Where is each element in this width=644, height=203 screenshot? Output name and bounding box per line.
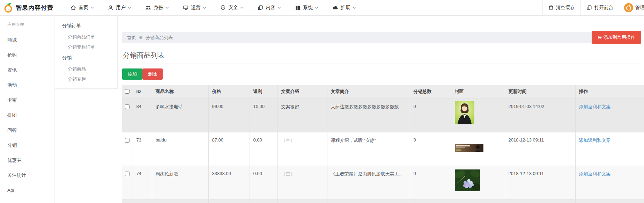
- cell-updated: 2019-01-03 14:02: [505, 99, 575, 132]
- add-rebate-copy-link[interactable]: 添加返利和文案: [579, 104, 611, 109]
- system-icon: [295, 5, 301, 10]
- submenu-item-column-orders[interactable]: 分销专栏订单: [55, 42, 117, 52]
- menu-item-system[interactable]: 系统: [288, 0, 325, 15]
- sidebar-item-flashsale[interactable]: 抢购: [0, 48, 54, 63]
- submenu-item-distribution-products[interactable]: 分销商品: [55, 64, 117, 74]
- table-row-partial: [122, 200, 644, 203]
- brand-title: 智果内容付费: [16, 4, 53, 12]
- cell-price: 87.00: [208, 132, 250, 166]
- open-window-icon: [586, 5, 592, 10]
- cell-copywriting: （空）: [277, 166, 327, 200]
- brand[interactable]: 智果内容付费: [3, 0, 53, 15]
- sidebar-item-api[interactable]: Api: [0, 183, 54, 198]
- col-price: 价格: [208, 85, 250, 99]
- menu-item-home[interactable]: 首页: [64, 0, 101, 15]
- cell-cover: [451, 99, 505, 132]
- breadcrumb-current: 分销商品列表: [146, 35, 173, 41]
- cell-updated: 2018-12-13 09:11: [505, 166, 575, 200]
- col-distribution-total: 分销总数: [410, 85, 451, 99]
- col-rebate: 返利: [250, 85, 277, 99]
- row-checkbox[interactable]: [125, 172, 129, 176]
- plus-circle-icon: ⊕: [598, 35, 602, 40]
- sidebar-item-news[interactable]: 资讯: [0, 63, 54, 78]
- col-id: ID: [133, 85, 152, 99]
- submenu-item-distribution-columns[interactable]: 分销专栏: [55, 74, 117, 84]
- submenu-group-distribution[interactable]: 分销: [55, 52, 117, 64]
- distribution-submenu-panel: 分销订单 分销商品订单 分销专栏订单 分销 分销商品 分销专栏: [55, 16, 118, 89]
- add-rebate-copy-link[interactable]: 添加返利和文案: [579, 171, 611, 176]
- cell-product-name: baidu: [152, 132, 208, 166]
- brand-logo-icon: [3, 2, 13, 13]
- select-all-checkbox[interactable]: [125, 89, 129, 94]
- delete-button[interactable]: 删除: [142, 68, 163, 80]
- cell-total: 0: [410, 166, 451, 200]
- menu-item-security[interactable]: 安全: [213, 0, 251, 15]
- extension-icon: [332, 5, 338, 10]
- menu-item-operation[interactable]: 运营: [176, 0, 213, 15]
- cell-rebate: 10.00: [250, 99, 277, 132]
- col-summary: 文章简介: [327, 85, 410, 99]
- cell-total: 0: [410, 99, 451, 132]
- cell-product-name: 多喝水接电话: [152, 99, 208, 132]
- cell-actions: 添加返利和文案: [575, 132, 644, 166]
- row-checkbox[interactable]: [125, 138, 129, 143]
- sidebar-item-qa[interactable]: 问答: [0, 123, 54, 138]
- title-divider: [122, 64, 641, 64]
- breadcrumb-home-link[interactable]: 首页: [127, 35, 136, 41]
- user-icon: [108, 5, 113, 10]
- submenu-item-product-orders[interactable]: 分销商品订单: [55, 32, 117, 42]
- add-rebate-copy-link[interactable]: 添加返利和文案: [579, 138, 611, 143]
- identity-icon: [145, 5, 151, 10]
- sidebar-item-coupon[interactable]: 优惠券: [0, 153, 54, 168]
- sidebar-item-activity[interactable]: 活动: [0, 78, 54, 93]
- security-icon: [220, 5, 226, 10]
- menu-item-identity[interactable]: 身份: [138, 0, 176, 15]
- sidebar-item-groupbuy[interactable]: 拼团: [0, 108, 54, 123]
- sidebar: 应用管理 商城 抢购 资讯 活动 卡密 拼团 问答 分销 优惠券 关注统计 Ap…: [0, 16, 54, 203]
- sidebar-item-followstats[interactable]: 关注统计: [0, 168, 54, 183]
- cover-cartoon-woman: [455, 101, 474, 124]
- sidebar-item-distribution[interactable]: 分销: [0, 138, 54, 153]
- sidebar-category: 应用管理: [0, 16, 54, 32]
- operation-icon: [183, 5, 188, 10]
- cell-actions: 添加返利和文案: [575, 166, 644, 200]
- menu-item-content[interactable]: 内容: [251, 0, 288, 15]
- col-product-name: 商品名称: [152, 85, 208, 99]
- main-menu: 首页 用户 身份 运营 安全 内容 系统: [64, 0, 363, 15]
- products-table: ID 商品名称 价格 返利 文案介绍 文章简介 分销总数 封面 更新时间 操作 …: [122, 85, 644, 203]
- add-button[interactable]: 添加: [122, 68, 142, 80]
- trash-icon: [548, 5, 554, 10]
- chevron-down-icon: [240, 7, 244, 9]
- cover-hydrangea-flower: [455, 169, 480, 191]
- chevron-down-icon: [128, 7, 131, 9]
- cell-actions: 添加返利和文案: [575, 99, 644, 132]
- menu-item-extension[interactable]: 扩展: [325, 0, 363, 15]
- user-menu[interactable]: 管理员: [619, 0, 644, 15]
- cell-id: 74: [133, 166, 152, 200]
- cell-product-name: 周杰伦新歌: [152, 166, 208, 200]
- avatar-orange-fruit: [624, 3, 633, 12]
- sidebar-item-cardkey[interactable]: 卡密: [0, 93, 54, 108]
- submenu-group-distribution-orders[interactable]: 分销订单: [55, 20, 117, 32]
- add-to-favorites-button[interactable]: ⊕ 添加到常用操作: [592, 31, 641, 44]
- clear-cache-button[interactable]: 清空缓存: [542, 0, 580, 15]
- chevron-down-icon: [353, 7, 356, 9]
- cell-rebate: 0.00: [250, 132, 277, 166]
- row-checkbox[interactable]: [125, 104, 129, 109]
- cell-cover: [451, 132, 505, 166]
- chevron-down-icon: [203, 7, 206, 9]
- cell-price: 33333.00: [208, 166, 250, 200]
- menu-item-user[interactable]: 用户: [101, 0, 138, 15]
- cell-price: 99.00: [208, 99, 250, 132]
- open-frontend-button[interactable]: 打开前台: [580, 0, 619, 15]
- sidebar-item-mall[interactable]: 商城: [0, 32, 54, 48]
- cell-cover: [451, 166, 505, 200]
- cell-rebate: 0.00: [250, 166, 277, 200]
- top-navbar: 智果内容付费 首页 用户 身份 运营 安全 内容: [0, 0, 644, 16]
- cell-copywriting: 文案很好: [277, 99, 327, 132]
- cell-summary: 《王者荣耀》是由腾讯游戏天美工...: [327, 166, 410, 200]
- cell-id: 84: [133, 99, 152, 132]
- cover-brown-banner: [455, 144, 483, 152]
- page-title: 分销商品列表: [123, 51, 165, 60]
- table-row: 74 周杰伦新歌 33333.00 0.00 （空） 《王者荣耀》是由腾讯游戏天…: [122, 166, 644, 200]
